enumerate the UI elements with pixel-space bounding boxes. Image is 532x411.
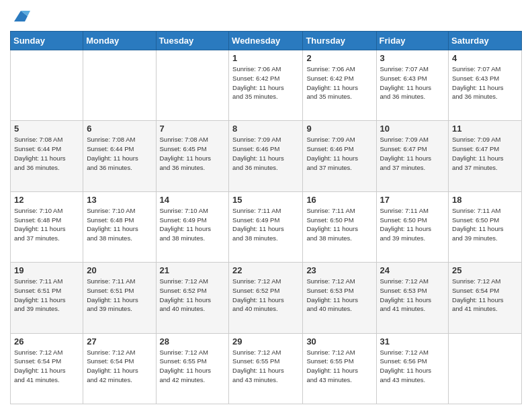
day-cell: 2Sunrise: 7:06 AM Sunset: 6:42 PM Daylig… bbox=[303, 50, 376, 121]
day-cell: 15Sunrise: 7:11 AM Sunset: 6:49 PM Dayli… bbox=[229, 191, 303, 262]
day-info: Sunrise: 7:07 AM Sunset: 6:43 PM Dayligh… bbox=[380, 64, 445, 101]
day-number: 28 bbox=[160, 336, 226, 347]
day-info: Sunrise: 7:12 AM Sunset: 6:54 PM Dayligh… bbox=[87, 348, 152, 385]
day-number: 21 bbox=[160, 265, 226, 275]
day-number: 24 bbox=[380, 265, 445, 275]
day-cell: 26Sunrise: 7:12 AM Sunset: 6:54 PM Dayli… bbox=[11, 333, 83, 404]
day-cell: 11Sunrise: 7:09 AM Sunset: 6:47 PM Dayli… bbox=[449, 121, 522, 191]
day-cell: 8Sunrise: 7:09 AM Sunset: 6:46 PM Daylig… bbox=[229, 121, 303, 191]
weekday-tuesday: Tuesday bbox=[156, 32, 229, 50]
day-cell: 19Sunrise: 7:11 AM Sunset: 6:51 PM Dayli… bbox=[11, 263, 83, 333]
day-info: Sunrise: 7:12 AM Sunset: 6:56 PM Dayligh… bbox=[380, 348, 445, 385]
day-number: 20 bbox=[87, 265, 152, 275]
day-cell: 1Sunrise: 7:06 AM Sunset: 6:42 PM Daylig… bbox=[229, 50, 303, 121]
day-info: Sunrise: 7:08 AM Sunset: 6:44 PM Dayligh… bbox=[14, 135, 79, 172]
weekday-friday: Friday bbox=[376, 32, 449, 50]
calendar: SundayMondayTuesdayWednesdayThursdayFrid… bbox=[10, 31, 522, 404]
day-number: 27 bbox=[87, 336, 152, 347]
day-cell: 30Sunrise: 7:12 AM Sunset: 6:55 PM Dayli… bbox=[303, 333, 376, 404]
day-number: 14 bbox=[160, 195, 226, 205]
day-cell: 14Sunrise: 7:10 AM Sunset: 6:49 PM Dayli… bbox=[156, 191, 229, 262]
day-info: Sunrise: 7:12 AM Sunset: 6:55 PM Dayligh… bbox=[232, 348, 299, 385]
day-cell: 21Sunrise: 7:12 AM Sunset: 6:52 PM Dayli… bbox=[156, 263, 229, 333]
week-row-3: 19Sunrise: 7:11 AM Sunset: 6:51 PM Dayli… bbox=[11, 263, 522, 333]
day-number: 3 bbox=[380, 53, 445, 63]
day-cell: 13Sunrise: 7:10 AM Sunset: 6:48 PM Dayli… bbox=[83, 191, 156, 262]
day-info: Sunrise: 7:10 AM Sunset: 6:49 PM Dayligh… bbox=[160, 206, 226, 243]
day-cell bbox=[11, 50, 83, 121]
day-info: Sunrise: 7:09 AM Sunset: 6:47 PM Dayligh… bbox=[380, 135, 445, 172]
day-number: 13 bbox=[87, 195, 152, 205]
day-number: 8 bbox=[232, 124, 299, 134]
day-info: Sunrise: 7:10 AM Sunset: 6:48 PM Dayligh… bbox=[14, 206, 79, 243]
week-row-2: 12Sunrise: 7:10 AM Sunset: 6:48 PM Dayli… bbox=[11, 191, 522, 262]
day-cell bbox=[449, 333, 522, 404]
day-number: 18 bbox=[452, 195, 518, 205]
day-info: Sunrise: 7:08 AM Sunset: 6:44 PM Dayligh… bbox=[87, 135, 152, 172]
day-cell: 5Sunrise: 7:08 AM Sunset: 6:44 PM Daylig… bbox=[11, 121, 83, 191]
day-info: Sunrise: 7:07 AM Sunset: 6:43 PM Dayligh… bbox=[452, 64, 518, 101]
day-info: Sunrise: 7:11 AM Sunset: 6:51 PM Dayligh… bbox=[14, 277, 79, 314]
weekday-wednesday: Wednesday bbox=[229, 32, 303, 50]
day-info: Sunrise: 7:09 AM Sunset: 6:46 PM Dayligh… bbox=[232, 135, 299, 172]
day-number: 9 bbox=[306, 124, 372, 134]
day-info: Sunrise: 7:12 AM Sunset: 6:53 PM Dayligh… bbox=[380, 277, 445, 314]
day-number: 25 bbox=[452, 265, 518, 275]
day-cell: 16Sunrise: 7:11 AM Sunset: 6:50 PM Dayli… bbox=[303, 191, 376, 262]
day-number: 1 bbox=[232, 53, 299, 63]
day-number: 30 bbox=[306, 336, 372, 347]
day-cell: 18Sunrise: 7:11 AM Sunset: 6:50 PM Dayli… bbox=[449, 191, 522, 262]
day-cell bbox=[83, 50, 156, 121]
day-number: 16 bbox=[306, 195, 372, 205]
day-cell bbox=[156, 50, 229, 121]
header bbox=[10, 7, 522, 26]
day-number: 29 bbox=[232, 336, 299, 347]
day-cell: 24Sunrise: 7:12 AM Sunset: 6:53 PM Dayli… bbox=[376, 263, 449, 333]
day-info: Sunrise: 7:11 AM Sunset: 6:49 PM Dayligh… bbox=[232, 206, 299, 243]
day-number: 23 bbox=[306, 265, 372, 275]
day-number: 22 bbox=[232, 265, 299, 275]
day-info: Sunrise: 7:12 AM Sunset: 6:52 PM Dayligh… bbox=[160, 277, 226, 314]
weekday-monday: Monday bbox=[83, 32, 156, 50]
day-number: 31 bbox=[380, 336, 445, 347]
weekday-saturday: Saturday bbox=[449, 32, 522, 50]
day-info: Sunrise: 7:12 AM Sunset: 6:54 PM Dayligh… bbox=[14, 348, 79, 385]
day-info: Sunrise: 7:12 AM Sunset: 6:52 PM Dayligh… bbox=[232, 277, 299, 314]
day-info: Sunrise: 7:11 AM Sunset: 6:50 PM Dayligh… bbox=[452, 206, 518, 243]
day-cell: 9Sunrise: 7:09 AM Sunset: 6:46 PM Daylig… bbox=[303, 121, 376, 191]
weekday-header-row: SundayMondayTuesdayWednesdayThursdayFrid… bbox=[11, 32, 522, 50]
day-number: 10 bbox=[380, 124, 445, 134]
day-cell: 4Sunrise: 7:07 AM Sunset: 6:43 PM Daylig… bbox=[449, 50, 522, 121]
day-info: Sunrise: 7:06 AM Sunset: 6:42 PM Dayligh… bbox=[306, 64, 372, 101]
day-info: Sunrise: 7:12 AM Sunset: 6:55 PM Dayligh… bbox=[160, 348, 226, 385]
day-number: 11 bbox=[452, 124, 518, 134]
day-cell: 28Sunrise: 7:12 AM Sunset: 6:55 PM Dayli… bbox=[156, 333, 229, 404]
day-cell: 29Sunrise: 7:12 AM Sunset: 6:55 PM Dayli… bbox=[229, 333, 303, 404]
day-info: Sunrise: 7:10 AM Sunset: 6:48 PM Dayligh… bbox=[87, 206, 152, 243]
day-number: 5 bbox=[14, 124, 79, 134]
day-info: Sunrise: 7:09 AM Sunset: 6:47 PM Dayligh… bbox=[452, 135, 518, 172]
day-cell: 22Sunrise: 7:12 AM Sunset: 6:52 PM Dayli… bbox=[229, 263, 303, 333]
day-cell: 10Sunrise: 7:09 AM Sunset: 6:47 PM Dayli… bbox=[376, 121, 449, 191]
day-number: 6 bbox=[87, 124, 152, 134]
day-number: 26 bbox=[14, 336, 79, 347]
day-cell: 23Sunrise: 7:12 AM Sunset: 6:53 PM Dayli… bbox=[303, 263, 376, 333]
day-info: Sunrise: 7:06 AM Sunset: 6:42 PM Dayligh… bbox=[232, 64, 299, 101]
day-number: 4 bbox=[452, 53, 518, 63]
day-number: 12 bbox=[14, 195, 79, 205]
weekday-thursday: Thursday bbox=[303, 32, 376, 50]
day-cell: 20Sunrise: 7:11 AM Sunset: 6:51 PM Dayli… bbox=[83, 263, 156, 333]
logo-icon bbox=[11, 7, 30, 26]
day-info: Sunrise: 7:11 AM Sunset: 6:50 PM Dayligh… bbox=[306, 206, 372, 243]
day-number: 2 bbox=[306, 53, 372, 63]
day-number: 17 bbox=[380, 195, 445, 205]
week-row-0: 1Sunrise: 7:06 AM Sunset: 6:42 PM Daylig… bbox=[11, 50, 522, 121]
day-info: Sunrise: 7:12 AM Sunset: 6:54 PM Dayligh… bbox=[452, 277, 518, 314]
week-row-1: 5Sunrise: 7:08 AM Sunset: 6:44 PM Daylig… bbox=[11, 121, 522, 191]
day-info: Sunrise: 7:09 AM Sunset: 6:46 PM Dayligh… bbox=[306, 135, 372, 172]
day-info: Sunrise: 7:12 AM Sunset: 6:55 PM Dayligh… bbox=[306, 348, 372, 385]
day-cell: 3Sunrise: 7:07 AM Sunset: 6:43 PM Daylig… bbox=[376, 50, 449, 121]
logo bbox=[10, 7, 30, 26]
week-row-4: 26Sunrise: 7:12 AM Sunset: 6:54 PM Dayli… bbox=[11, 333, 522, 404]
day-info: Sunrise: 7:12 AM Sunset: 6:53 PM Dayligh… bbox=[306, 277, 372, 314]
